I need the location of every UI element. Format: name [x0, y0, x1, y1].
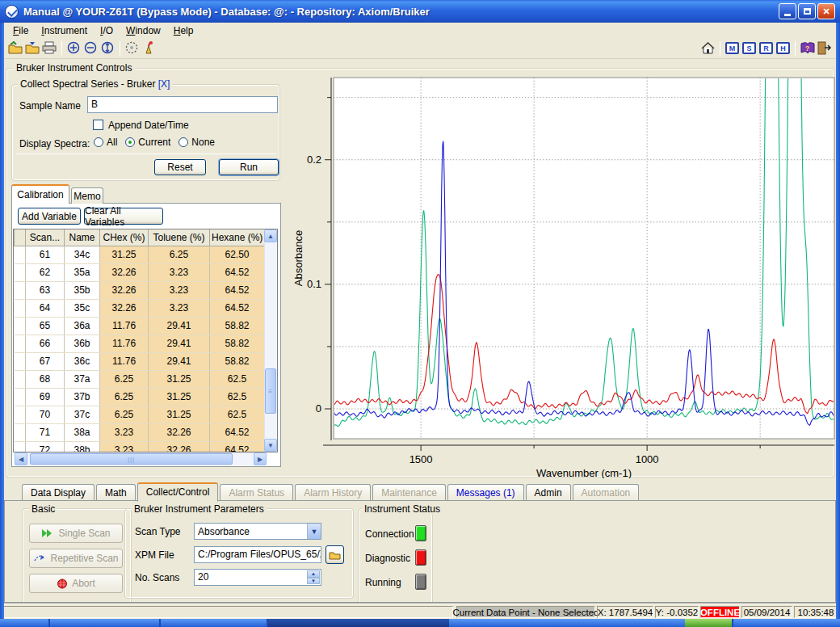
- basic-group-label: Basic: [29, 503, 57, 515]
- close-button[interactable]: ✕: [817, 3, 835, 19]
- scroll-right-button[interactable]: ▶: [254, 452, 267, 465]
- table-row[interactable]: 6937b6.2531.2562.5: [15, 388, 265, 406]
- menu-file[interactable]: File: [7, 24, 34, 37]
- single-scan-button[interactable]: Single Scan: [29, 524, 123, 543]
- taskbar-active-item[interactable]: [268, 619, 449, 627]
- radio-none[interactable]: None: [178, 137, 215, 148]
- calibration-table: Scan...NameCHex (%)Toluene (%)Hexane (%)…: [13, 229, 278, 452]
- maximize-button[interactable]: [798, 3, 816, 19]
- load-spectrum-icon[interactable]: [7, 40, 24, 57]
- scroll-down-button[interactable]: ▼: [264, 439, 277, 452]
- sample-name-input[interactable]: B: [87, 96, 278, 113]
- sample-name-label: Sample Name: [19, 100, 81, 112]
- tab-memo[interactable]: Memo: [71, 187, 103, 204]
- table-row[interactable]: 6235a32.263.2364.52: [15, 263, 265, 281]
- radio-current[interactable]: Current: [125, 137, 170, 148]
- zoom-out-icon[interactable]: [82, 40, 99, 57]
- hscroll-thumb[interactable]: |||: [30, 453, 233, 465]
- taskbar-start-fragment[interactable]: [685, 619, 732, 627]
- table-row[interactable]: 6636b11.7629.4158.82: [15, 335, 265, 352]
- column-header[interactable]: Name: [65, 229, 100, 246]
- tab-maintenance: Maintenance: [372, 484, 446, 501]
- annotate-icon[interactable]: [141, 40, 158, 57]
- table-row[interactable]: 7238b3.2332.2664.52: [15, 441, 265, 452]
- status-time: 10:35:48: [794, 606, 838, 618]
- reset-button[interactable]: Reset: [154, 159, 206, 175]
- table-row[interactable]: 6837a6.2531.2562.5: [15, 370, 265, 388]
- zoom-in-icon[interactable]: [65, 40, 82, 57]
- toolbar-separator: [61, 41, 62, 56]
- print-icon[interactable]: [41, 40, 58, 57]
- display-spectra-label: Display Spectra:: [19, 138, 90, 149]
- zoom-select-icon[interactable]: [124, 40, 141, 57]
- abort-icon: [57, 579, 68, 589]
- tab-messages-1-[interactable]: Messages (1): [447, 484, 524, 501]
- tab-math[interactable]: Math: [96, 484, 136, 501]
- menu-bar: FileInstrumentI/OWindowHelp: [4, 23, 836, 38]
- browse-file-button[interactable]: [326, 545, 344, 564]
- table-row[interactable]: 6335b32.263.2364.52: [15, 281, 265, 299]
- table-row[interactable]: 6134c31.256.2562.50: [15, 246, 265, 263]
- collect-close-link[interactable]: [X]: [158, 78, 170, 90]
- home-icon[interactable]: [699, 40, 716, 57]
- windows-taskbar[interactable]: [0, 619, 840, 627]
- help-book-icon[interactable]: ?: [799, 40, 816, 57]
- tab-alarm-status: Alarm Status: [220, 484, 293, 501]
- chevron-down-icon[interactable]: ▼: [307, 524, 321, 539]
- table-row[interactable]: 7138a3.2332.2664.52: [15, 423, 265, 441]
- app-window: Manual @ YOUR-Z61T (Bypass Mode) - Datab…: [0, 0, 840, 627]
- spinner-arrows[interactable]: ▲▼: [307, 570, 320, 584]
- menu-io[interactable]: I/O: [94, 24, 119, 37]
- spectra-chart[interactable]: 0.20.1015001000Wavenumber (cm-1)Absorban…: [291, 69, 837, 478]
- xpm-file-input[interactable]: C:/Program Files/OPUS_65/XP: [194, 546, 321, 563]
- letter-button-r[interactable]: R: [759, 42, 773, 54]
- menu-window[interactable]: Window: [120, 24, 166, 37]
- abort-button[interactable]: Abort: [29, 574, 123, 593]
- table-row[interactable]: 6435c32.263.2364.52: [15, 299, 265, 317]
- table-row[interactable]: 6536a11.7629.4158.82: [15, 317, 265, 335]
- tab-alarm-history: Alarm History: [295, 484, 371, 501]
- table-row[interactable]: 6736c11.7629.4158.82: [15, 352, 265, 370]
- letter-button-h[interactable]: H: [776, 42, 790, 54]
- letter-button-s[interactable]: S: [742, 42, 756, 54]
- window-border-right: [836, 23, 840, 619]
- column-header[interactable]: CHex (%): [100, 229, 149, 246]
- export-spectrum-icon[interactable]: [24, 40, 41, 57]
- menu-help[interactable]: Help: [168, 24, 200, 37]
- tab-data-display[interactable]: Data Display: [22, 484, 94, 501]
- scan-type-combobox[interactable]: Absorbance ▼: [194, 523, 321, 540]
- table-row[interactable]: 7037c6.2531.2562.5: [15, 406, 265, 423]
- scroll-left-button[interactable]: ◀: [15, 452, 27, 465]
- radio-all[interactable]: All: [94, 137, 117, 148]
- clear-all-variables-button[interactable]: Clear All Variables: [84, 208, 163, 225]
- status-light-connection: [415, 525, 426, 541]
- column-header[interactable]: Toluene (%): [149, 229, 210, 246]
- column-header[interactable]: [15, 229, 26, 246]
- status-label-diagnostic: Diagnostic: [365, 553, 410, 564]
- run-button[interactable]: Run: [219, 159, 279, 175]
- minimize-button[interactable]: [779, 3, 796, 19]
- table-vscrollbar[interactable]: [264, 229, 277, 452]
- letter-button-m[interactable]: M: [725, 42, 739, 54]
- column-header[interactable]: Scan...: [26, 229, 65, 246]
- tab-admin[interactable]: Admin: [526, 484, 571, 501]
- zoom-vertical-icon[interactable]: [99, 40, 116, 57]
- repetitive-scan-button[interactable]: Repetitive Scan: [29, 549, 123, 568]
- vscroll-thumb[interactable]: ≡: [265, 368, 276, 414]
- y-tick-label: 0.2: [307, 154, 321, 166]
- add-variable-button[interactable]: Add Variable: [18, 208, 81, 225]
- append-datetime-checkbox[interactable]: [93, 120, 103, 130]
- menu-instrument[interactable]: Instrument: [36, 24, 93, 37]
- num-scans-spinner[interactable]: 20 ▲▼: [194, 569, 321, 586]
- toolbar-separator: [120, 41, 120, 56]
- tab-collect-control[interactable]: Collect/Control: [137, 482, 219, 502]
- toolbar-separator: [720, 41, 720, 56]
- num-scans-label: No. Scans: [135, 572, 179, 583]
- column-header[interactable]: Hexane (%): [210, 229, 265, 246]
- tab-calibration[interactable]: Calibration: [11, 184, 69, 204]
- calibration-table-grid: Scan...NameCHex (%)Toluene (%)Hexane (%)…: [14, 229, 265, 452]
- scroll-up-button[interactable]: ▲: [264, 229, 277, 242]
- exit-icon[interactable]: [816, 40, 833, 57]
- instrument-status-group: Instrument Status ConnectionDiagnosticRu…: [358, 508, 433, 603]
- display-spectra-radios: AllCurrentNone: [94, 137, 215, 148]
